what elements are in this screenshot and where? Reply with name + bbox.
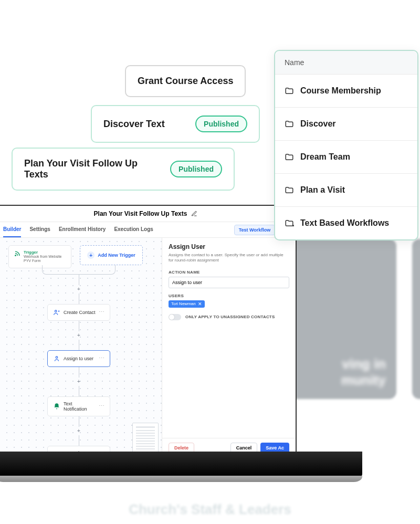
add-step-button[interactable]: +	[76, 286, 82, 292]
background-card	[412, 239, 420, 399]
contact-icon	[53, 309, 60, 316]
workflow-title: Grant Course Access	[138, 76, 233, 87]
minimap[interactable]	[132, 423, 159, 454]
tab-enrollment-history[interactable]: Enrollment History	[59, 222, 106, 237]
node-text-notification[interactable]: Text Notification ⋯	[47, 396, 110, 416]
tab-builder[interactable]: Builder	[3, 222, 21, 237]
svg-point-0	[15, 255, 16, 256]
node-label: Text Notification	[64, 401, 96, 412]
tabs-row: Builder Settings Enrollment History Exec…	[0, 222, 296, 238]
tab-execution-logs[interactable]: Execution Logs	[114, 222, 153, 237]
folder-icon	[285, 86, 294, 96]
workflow-card[interactable]: Grant Course Access	[125, 65, 246, 97]
app-header: Plan Your Visit Follow Up Texts	[0, 206, 296, 222]
plus-icon: +	[87, 251, 94, 259]
workflow-card[interactable]: Discover Text Published	[91, 105, 260, 143]
laptop-screen: Plan Your Visit Follow Up Texts Builder …	[0, 205, 297, 457]
laptop-base	[0, 452, 362, 477]
add-step-button[interactable]: +	[76, 428, 82, 434]
panel-description: Assigns the contact to a user. Specify t…	[169, 253, 289, 264]
bell-icon	[53, 403, 60, 410]
page-heading-blurred: Church's Staff & Leaders	[0, 495, 420, 524]
node-menu-icon[interactable]: ⋯	[99, 355, 104, 362]
background-card: ving inmunity	[286, 239, 396, 399]
user-chip[interactable]: Tori Newman ✕	[169, 300, 205, 308]
folder-label: Text Based Workflows	[300, 218, 389, 228]
folder-label: Dream Team	[300, 152, 350, 162]
tab-settings[interactable]: Settings	[29, 222, 50, 237]
laptop-ledge	[0, 476, 362, 482]
folder-dropdown: Name Course Membership Discover Dream Te…	[274, 50, 418, 240]
close-icon[interactable]: ✕	[198, 301, 202, 307]
node-menu-icon[interactable]: ⋯	[99, 309, 104, 316]
folder-item-course-membership[interactable]: Course Membership	[275, 75, 417, 108]
folder-item-dream-team[interactable]: Dream Team	[275, 141, 417, 174]
add-trigger-label: Add New Trigger	[98, 253, 135, 258]
folder-icon	[285, 119, 294, 129]
folder-icon	[285, 218, 294, 228]
folder-icon	[285, 152, 294, 162]
add-step-button[interactable]: +	[76, 332, 82, 339]
node-assign-user[interactable]: Assign to user ⋯	[47, 350, 110, 367]
published-badge: Published	[170, 161, 222, 177]
workflow-editor-title: Plan Your Visit Follow Up Texts	[94, 210, 187, 217]
folder-label: Course Membership	[300, 86, 381, 96]
folder-label: Plan a Visit	[300, 185, 345, 195]
node-menu-icon[interactable]: ⋯	[99, 403, 104, 410]
folder-item-text-workflows[interactable]: Text Based Workflows	[275, 207, 417, 239]
action-side-panel: Assign User Assigns the contact to a use…	[162, 238, 296, 457]
published-badge: Published	[195, 116, 247, 132]
bg-card-title: ving inmunity	[297, 356, 386, 389]
svg-point-2	[56, 357, 58, 359]
test-workflow-button[interactable]: Test Workflow	[234, 225, 276, 235]
add-trigger-button[interactable]: + Add New Trigger	[80, 245, 143, 265]
node-label: Assign to user	[64, 356, 93, 361]
workflow-title: Plan Your Visit Follow Up Texts	[24, 158, 158, 180]
svg-point-1	[55, 310, 57, 312]
users-label: USERS	[169, 294, 289, 298]
folder-item-discover[interactable]: Discover	[275, 108, 417, 141]
add-step-button[interactable]: +	[76, 379, 82, 385]
folder-label: Discover	[300, 119, 336, 129]
panel-title: Assign User	[169, 243, 289, 250]
node-create-contact[interactable]: Create Contact ⋯	[47, 304, 110, 321]
user-chip-name: Tori Newman	[171, 301, 196, 306]
action-name-input[interactable]	[169, 277, 289, 288]
folder-header: Name	[275, 51, 417, 75]
user-icon	[53, 355, 60, 362]
workflow-card[interactable]: Plan Your Visit Follow Up Texts Publishe…	[12, 148, 235, 191]
toggle-label: ONLY APPLY TO UNASSIGNED CONTACTS	[185, 315, 275, 319]
workflow-canvas[interactable]: Trigger Webhook from Website PYV Form + …	[0, 238, 162, 457]
trigger-description: Webhook from Website PYV Form	[24, 255, 66, 264]
folder-item-plan-visit[interactable]: Plan a Visit	[275, 174, 417, 207]
trigger-label: Trigger	[24, 250, 66, 255]
node-label: Create Contact	[64, 310, 96, 315]
unassigned-only-toggle[interactable]	[169, 314, 181, 320]
folder-icon	[285, 185, 294, 195]
rss-icon	[14, 250, 20, 257]
action-name-label: ACTION NAME	[169, 270, 289, 275]
workflow-title: Discover Text	[103, 119, 165, 130]
pencil-icon[interactable]	[191, 211, 197, 217]
